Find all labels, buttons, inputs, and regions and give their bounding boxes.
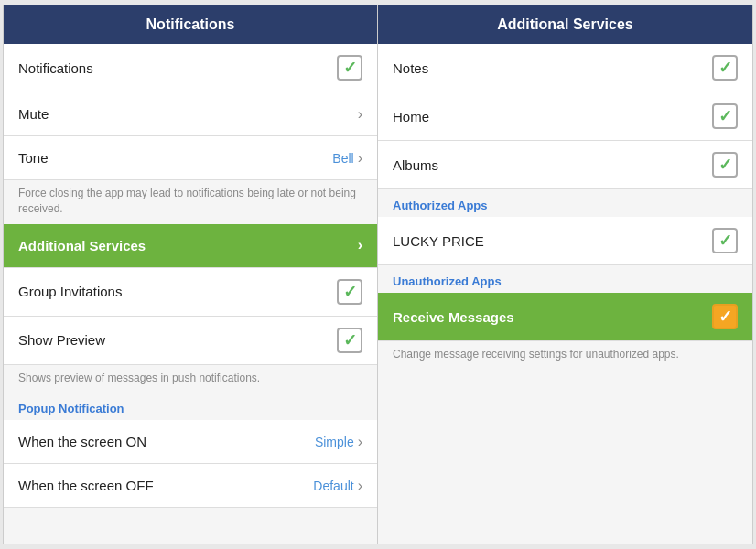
lucky-price-label: LUCKY PRICE	[393, 233, 484, 249]
home-checkbox[interactable]: ✓	[712, 103, 738, 129]
tone-value: Bell ›	[332, 150, 362, 167]
lucky-price-row[interactable]: LUCKY PRICE ✓	[378, 217, 752, 265]
screen-off-row[interactable]: When the screen OFF Default ›	[4, 464, 377, 508]
receive-messages-row[interactable]: Receive Messages ✓	[378, 293, 752, 341]
right-header-title: Additional Services	[497, 16, 633, 32]
lucky-price-checkmark: ✓	[718, 231, 732, 251]
show-preview-checkbox[interactable]: ✓	[337, 328, 362, 353]
notifications-checkbox[interactable]: ✓	[337, 55, 362, 81]
unauthorized-hint: Change message receiving settings for un…	[378, 341, 752, 370]
left-panel-header: Notifications	[4, 5, 377, 44]
screen-on-row[interactable]: When the screen ON Simple ›	[4, 420, 377, 464]
screen-on-chevron-icon: ›	[358, 434, 362, 450]
right-panel: Additional Services Notes ✓ Home ✓ Album…	[378, 5, 752, 544]
notifications-row[interactable]: Notifications ✓	[4, 44, 377, 92]
show-preview-checkmark: ✓	[343, 330, 357, 350]
show-preview-label: Show Preview	[18, 332, 105, 348]
popup-notification-label: Popup Notification	[18, 402, 124, 415]
lucky-price-checkbox[interactable]: ✓	[712, 228, 738, 253]
mute-row[interactable]: Mute ›	[4, 92, 377, 136]
additional-services-chevron-icon: ›	[358, 237, 362, 253]
receive-messages-checkmark: ✓	[718, 307, 732, 327]
screen-off-label: When the screen OFF	[18, 478, 154, 493]
right-panel-header: Additional Services	[378, 5, 752, 44]
screen-off-value-text: Default	[313, 479, 353, 493]
authorized-apps-label: Authorized Apps	[393, 199, 488, 212]
receive-messages-label: Receive Messages	[393, 309, 514, 325]
popup-notification-section: Popup Notification	[4, 393, 377, 420]
albums-label: Albums	[393, 157, 438, 173]
screen-on-label: When the screen ON	[18, 434, 146, 449]
additional-services-row[interactable]: Additional Services ›	[4, 224, 377, 268]
albums-row[interactable]: Albums ✓	[378, 141, 752, 189]
notes-checkbox[interactable]: ✓	[712, 55, 738, 81]
additional-services-label: Additional Services	[18, 238, 146, 253]
screen-on-value: Simple ›	[315, 434, 362, 450]
notes-row[interactable]: Notes ✓	[378, 44, 752, 92]
notes-label: Notes	[393, 60, 428, 76]
authorized-apps-section: Authorized Apps	[378, 189, 752, 217]
show-preview-row[interactable]: Show Preview ✓	[4, 317, 377, 365]
group-invitations-checkbox[interactable]: ✓	[337, 279, 362, 305]
tone-row[interactable]: Tone Bell ›	[4, 136, 377, 180]
unauthorized-apps-section: Unauthorized Apps	[378, 265, 752, 293]
tone-value-text: Bell	[332, 151, 353, 166]
notifications-hint: Force closing the app may lead to notifi…	[4, 180, 377, 224]
home-label: Home	[393, 109, 429, 124]
group-invitations-label: Group Invitations	[18, 284, 122, 299]
notifications-hint-text: Force closing the app may lead to notifi…	[18, 187, 356, 215]
screen-on-value-text: Simple	[315, 435, 354, 449]
group-invitations-checkmark: ✓	[343, 282, 357, 302]
settings-container: Notifications Notifications ✓ Mute › Ton…	[3, 5, 753, 544]
notifications-checkmark: ✓	[343, 58, 357, 78]
tone-chevron-icon: ›	[358, 150, 362, 167]
notifications-label: Notifications	[18, 60, 93, 76]
unauthorized-apps-label: Unauthorized Apps	[393, 274, 502, 288]
albums-checkbox[interactable]: ✓	[712, 152, 738, 178]
left-header-title: Notifications	[146, 16, 235, 32]
mute-chevron-icon: ›	[358, 106, 362, 123]
tone-label: Tone	[18, 150, 49, 166]
preview-hint: Shows preview of messages in push notifi…	[4, 365, 377, 393]
mute-label: Mute	[18, 106, 49, 122]
home-checkmark: ✓	[718, 106, 732, 126]
group-invitations-row[interactable]: Group Invitations ✓	[4, 268, 377, 317]
receive-messages-checkbox[interactable]: ✓	[712, 304, 738, 329]
unauthorized-hint-text: Change message receiving settings for un…	[393, 348, 679, 361]
screen-off-chevron-icon: ›	[358, 478, 362, 494]
left-panel: Notifications Notifications ✓ Mute › Ton…	[4, 5, 378, 544]
notes-checkmark: ✓	[718, 58, 732, 78]
preview-hint-text: Shows preview of messages in push notifi…	[18, 371, 260, 384]
home-row[interactable]: Home ✓	[378, 92, 752, 141]
albums-checkmark: ✓	[718, 155, 732, 175]
screen-off-value: Default ›	[313, 478, 362, 494]
